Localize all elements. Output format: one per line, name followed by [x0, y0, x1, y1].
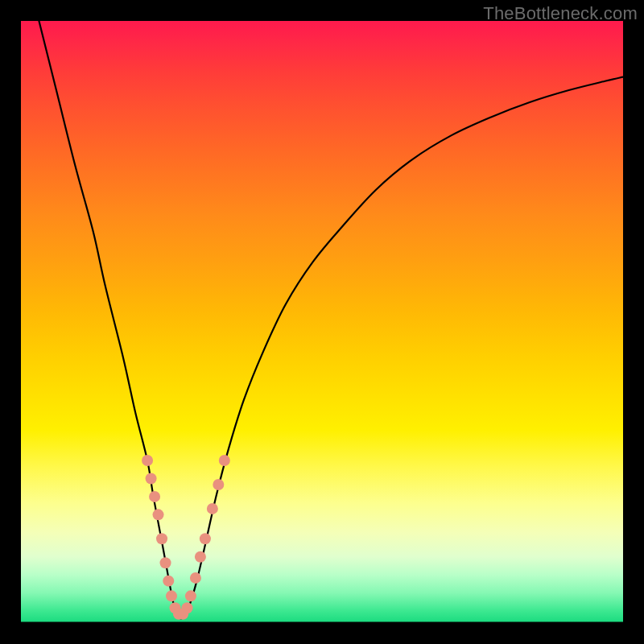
- axis-overlay: [21, 21, 623, 623]
- marker-point: [213, 479, 224, 490]
- marker-point: [185, 590, 196, 601]
- marker-point: [153, 509, 164, 520]
- marker-point: [146, 473, 157, 484]
- highlight-markers: [21, 21, 623, 623]
- marker-point: [142, 455, 153, 466]
- marker-point: [169, 602, 180, 613]
- chart-container: TheBottleneck.com: [0, 0, 644, 644]
- marker-point: [173, 609, 184, 620]
- marker-point: [195, 551, 206, 563]
- marker-point: [219, 455, 230, 466]
- marker-point: [177, 609, 188, 620]
- marker-point: [190, 572, 201, 584]
- marker-point: [166, 590, 177, 601]
- marker-point: [160, 557, 171, 568]
- plot-area: [21, 21, 623, 623]
- marker-point: [181, 602, 192, 613]
- marker-point: [156, 533, 167, 544]
- watermark-label: TheBottleneck.com: [483, 3, 638, 24]
- marker-point: [163, 576, 174, 587]
- marker-point: [207, 503, 218, 514]
- bottleneck-curve: [21, 21, 623, 623]
- marker-point: [200, 533, 211, 544]
- marker-point: [149, 491, 160, 502]
